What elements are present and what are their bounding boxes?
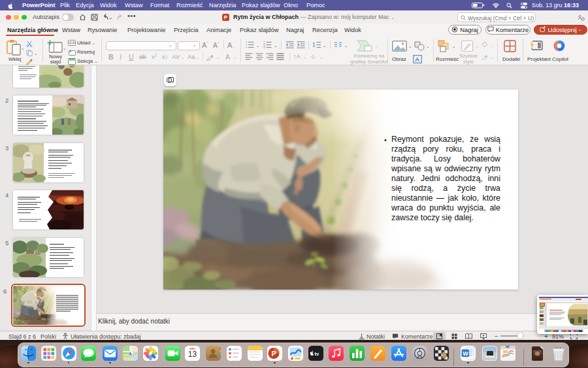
svg-text:tv: tv (315, 351, 319, 357)
svg-text:W: W (463, 350, 468, 357)
svg-text:3: 3 (263, 46, 265, 48)
svg-text:A: A (416, 56, 420, 63)
svg-text:P: P (272, 350, 276, 358)
